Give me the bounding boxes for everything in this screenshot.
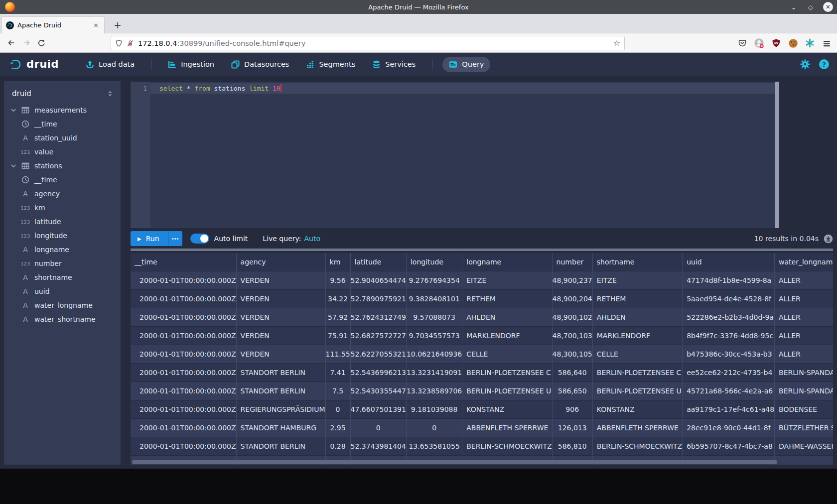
table-cell[interactable]: 7.41 xyxy=(325,363,350,381)
table-cell[interactable]: 6b595707-8c47-4bc7-a8 xyxy=(683,437,775,455)
table-cell[interactable]: KONSTANZ xyxy=(592,400,682,418)
table-cell[interactable]: ee52ce62-212c-4735-b4 xyxy=(683,363,775,381)
tree-column-station_uuid[interactable]: Astation_uuid xyxy=(4,131,121,145)
extension-asterisk-icon[interactable] xyxy=(805,38,815,48)
table-cell[interactable]: 9.181039088 xyxy=(406,400,462,418)
new-tab-button[interactable]: + xyxy=(111,18,125,32)
table-cell[interactable]: BERLIN-PLOETZENSEE U xyxy=(462,381,552,400)
tracking-shield-icon[interactable] xyxy=(115,39,123,47)
download-icon[interactable] xyxy=(824,234,833,244)
table-cell[interactable]: 2000-01-01T00:00:00.000Z xyxy=(131,308,236,326)
table-cell[interactable]: ABBENFLETH SPERRWE xyxy=(592,418,682,437)
window-minimize-icon[interactable]: ⌄ xyxy=(789,3,798,11)
table-cell[interactable]: 9.2767694354 xyxy=(406,271,462,289)
table-cell[interactable]: 2000-01-01T00:00:00.000Z xyxy=(131,437,236,455)
table-cell[interactable]: BERLIN-SPANDAUER-S xyxy=(775,381,833,400)
table-cell[interactable]: 9.3828408101 xyxy=(406,289,462,308)
table-cell[interactable]: BERLIN-SPANDAUER-S xyxy=(775,363,833,381)
nav-item-ingestion[interactable]: Ingestion xyxy=(161,57,221,72)
table-cell[interactable]: VERDEN xyxy=(236,308,325,326)
cookie-icon[interactable] xyxy=(788,38,798,48)
table-cell[interactable]: 48,300,105 xyxy=(552,345,592,363)
table-cell[interactable]: 47.6607501391 xyxy=(350,400,406,418)
nav-item-query[interactable]: Query xyxy=(442,57,490,72)
table-cell[interactable]: 57.92 xyxy=(325,308,350,326)
table-cell[interactable]: 75.91 xyxy=(325,326,350,345)
nav-item-datasources[interactable]: Datasources xyxy=(225,57,295,72)
column-header-uuid[interactable]: uuid xyxy=(683,253,775,271)
table-cell[interactable]: 0.28 xyxy=(325,437,350,455)
column-header-longname[interactable]: longname xyxy=(462,253,552,271)
run-more-button[interactable]: ••• xyxy=(168,231,182,246)
back-button[interactable] xyxy=(4,35,19,50)
table-cell[interactable]: b475386c-30cc-453a-b3 xyxy=(683,345,775,363)
table-cell[interactable]: 8b4f9f7c-3376-4dd8-95c xyxy=(683,326,775,345)
table-cell[interactable]: 0 xyxy=(325,400,350,418)
table-cell[interactable]: RETHEM xyxy=(592,289,682,308)
browser-tab[interactable]: Apache Druid × xyxy=(1,16,105,33)
tree-table-measurements[interactable]: measurements xyxy=(4,103,121,117)
column-header-latitude[interactable]: latitude xyxy=(350,253,406,271)
table-cell[interactable]: ALLER xyxy=(775,289,833,308)
table-cell[interactable]: 45721a68-566c-4e2a-a6 xyxy=(683,381,775,400)
table-cell[interactable]: 2000-01-01T00:00:00.000Z xyxy=(131,363,236,381)
table-cell[interactable]: EITZE xyxy=(592,271,682,289)
table-cell[interactable]: 2000-01-01T00:00:00.000Z xyxy=(131,289,236,308)
live-query-value[interactable]: Auto xyxy=(304,235,320,243)
table-cell[interactable]: ALLER xyxy=(775,345,833,363)
tree-column-water_longname[interactable]: Awater_longname xyxy=(4,298,121,312)
table-cell[interactable]: 48,900,237 xyxy=(552,271,592,289)
account-icon[interactable] xyxy=(754,38,764,48)
table-cell[interactable]: BERLIN-PLOETZENSEE C xyxy=(592,363,682,381)
table-cell[interactable]: 48,900,204 xyxy=(552,289,592,308)
settings-gear-icon[interactable] xyxy=(800,59,810,69)
table-cell[interactable]: 13.3231419091 xyxy=(406,363,462,381)
table-cell[interactable]: 9.7034557573 xyxy=(406,326,462,345)
table-cell[interactable]: BERLIN-PLOETZENSEE C xyxy=(462,363,552,381)
table-cell[interactable]: 48,700,103 xyxy=(552,326,592,345)
table-cell[interactable]: AHLDEN xyxy=(462,308,552,326)
table-cell[interactable]: 10.0621640936 xyxy=(406,345,462,363)
column-header-__time[interactable]: __time xyxy=(131,253,236,271)
double-caret-sort-icon[interactable] xyxy=(107,90,114,98)
table-cell[interactable]: KONSTANZ xyxy=(462,400,552,418)
table-cell[interactable]: 7.5 xyxy=(325,381,350,400)
table-cell[interactable]: CELLE xyxy=(462,345,552,363)
table-cell[interactable]: ABBENFLETH SPERRWE xyxy=(462,418,552,437)
tree-column-latitude[interactable]: 123latitude xyxy=(4,215,121,229)
table-cell[interactable]: 13.3238589706 xyxy=(406,381,462,400)
table-cell[interactable]: STANDORT BERLIN xyxy=(236,363,325,381)
table-cell[interactable]: 52.9040654474 xyxy=(350,271,406,289)
column-header-km[interactable]: km xyxy=(325,253,350,271)
table-cell[interactable]: 48,900,102 xyxy=(552,308,592,326)
table-cell[interactable]: 52.7890975921 xyxy=(350,289,406,308)
table-cell[interactable]: 126,013 xyxy=(552,418,592,437)
table-cell[interactable]: MARKLENDORF xyxy=(592,326,682,345)
reload-button[interactable] xyxy=(34,35,49,50)
tree-column-number[interactable]: 123number xyxy=(4,256,121,270)
table-cell[interactable]: VERDEN xyxy=(236,289,325,308)
table-cell[interactable]: 13.653581055 xyxy=(406,437,462,455)
table-cell[interactable]: 906 xyxy=(552,400,592,418)
tree-column-__time[interactable]: __time xyxy=(4,117,121,131)
url-bar[interactable]: 172.18.0.4:30899/unified-console.html#qu… xyxy=(111,36,625,50)
nav-item-load-data[interactable]: Load data xyxy=(79,57,141,72)
table-cell[interactable]: 52.6827572727 xyxy=(350,326,406,345)
table-cell[interactable]: STANDORT BERLIN xyxy=(236,437,325,455)
table-cell[interactable]: CELLE xyxy=(592,345,682,363)
table-cell[interactable]: 586,650 xyxy=(552,381,592,400)
horizontal-scrollbar-thumb[interactable] xyxy=(132,460,777,464)
table-cell[interactable]: VERDEN xyxy=(236,326,325,345)
table-cell[interactable]: 52.6227055321 xyxy=(350,345,406,363)
table-cell[interactable]: 9.56 xyxy=(325,271,350,289)
table-cell[interactable]: 586,640 xyxy=(552,363,592,381)
tree-column-shortname[interactable]: Ashortname xyxy=(4,270,121,284)
table-cell[interactable]: 2000-01-01T00:00:00.000Z xyxy=(131,271,236,289)
help-icon[interactable]: ? xyxy=(819,59,829,69)
table-cell[interactable]: 522286e2-b2b3-4d0d-9a xyxy=(683,308,775,326)
tree-column-agency[interactable]: Aagency xyxy=(4,187,121,201)
table-cell[interactable]: ALLER xyxy=(775,308,833,326)
table-cell[interactable]: 2000-01-01T00:00:00.000Z xyxy=(131,400,236,418)
table-cell[interactable]: 111.55 xyxy=(325,345,350,363)
window-maximize-icon[interactable]: ◇ xyxy=(806,3,815,11)
